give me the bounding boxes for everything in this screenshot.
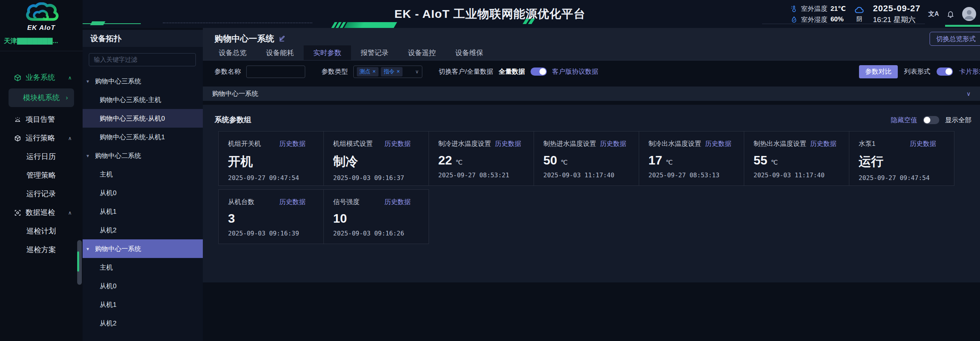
tree-expand-icon[interactable]: ▾: [86, 78, 92, 84]
param-name: 机组开关机: [228, 139, 261, 148]
tab-device-energy[interactable]: 设备能耗: [256, 45, 304, 60]
history-data-link[interactable]: 历史数据: [491, 139, 521, 148]
language-icon[interactable]: 文A: [928, 10, 939, 18]
view-mode-toggle[interactable]: [937, 68, 953, 76]
avatar[interactable]: [962, 7, 976, 21]
sidebar-item-run-record[interactable]: 运行记录: [0, 185, 83, 203]
tree-search: [89, 53, 196, 66]
tree-node-leaf[interactable]: 从机2: [83, 314, 203, 332]
param-name: 制热出水温度设置: [754, 139, 806, 148]
sidebar-item-label: 业务系统: [26, 73, 55, 83]
param-name-input[interactable]: [246, 66, 305, 78]
param-card: 机组模式设置历史数据 制冷 2025-09-03 09:16:37: [323, 131, 429, 186]
param-value: 运行: [859, 153, 883, 170]
tab-realtime-params[interactable]: 实时参数: [304, 45, 351, 60]
cards-row-1: 机组开关机历史数据 开机 2025-09-27 09:47:54 机组模式设置历…: [218, 131, 980, 186]
param-name: 制热进水温度设置: [543, 139, 596, 148]
history-data-link[interactable]: 历史数据: [380, 139, 411, 148]
history-data-link[interactable]: 历史数据: [275, 197, 306, 206]
tree-expand-icon[interactable]: ▾: [86, 246, 92, 252]
system-group-bar[interactable]: 购物中心一系统 ∨: [203, 87, 980, 101]
tree-node-leaf[interactable]: 从机1: [83, 295, 203, 314]
tree-node-group[interactable]: ▾购物中心二系统: [83, 146, 203, 165]
sidebar-item-inspection-plan[interactable]: 巡检计划: [0, 222, 83, 241]
tree-node-leaf[interactable]: 购物中心三系统-主机: [83, 90, 203, 109]
history-data-link[interactable]: 历史数据: [906, 139, 936, 148]
cards-row-2: 从机台数历史数据 3 2025-09-03 09:16:39 信号强度历史数据 …: [218, 189, 980, 244]
param-timestamp: 2025-09-27 09:47:54: [859, 174, 954, 182]
section-title: 系统参数组: [214, 115, 251, 125]
edit-icon[interactable]: [279, 35, 286, 42]
client-protocol-link[interactable]: 客户版协议数据: [552, 67, 598, 76]
section-controls: 隐藏空值 显示全部: [891, 116, 971, 125]
sidebar-item-inspection-scheme[interactable]: 巡检方案: [0, 241, 83, 259]
tree-node-group[interactable]: ▾购物中心三系统: [83, 72, 203, 90]
param-value: 制冷: [333, 153, 358, 170]
hide-empty-toggle[interactable]: [923, 116, 939, 124]
logo-text: EK AIoT: [27, 24, 55, 32]
device-tree-title: 设备拓扑: [83, 30, 203, 47]
sidebar-item-business-system[interactable]: 业务系统 ∧: [0, 68, 83, 87]
close-icon[interactable]: ✕: [372, 69, 376, 74]
logo-cloud-icon: [24, 2, 59, 23]
history-data-link[interactable]: 历史数据: [701, 139, 731, 148]
sidebar-item-module-machine-system[interactable]: 模块机系统 ›: [9, 88, 74, 107]
device-tree-panel: 设备拓扑 ▾购物中心三系统 购物中心三系统-主机 购物中心三系统-从机0 购物中…: [83, 30, 203, 341]
tree-node-leaf[interactable]: 从机0: [83, 277, 203, 295]
tree-node-label: 从机1: [100, 207, 116, 216]
param-timestamp: 2025-09-03 11:17:40: [754, 171, 849, 179]
section-header: 系统参数组 隐藏空值 显示全部: [203, 105, 980, 131]
sidebar-item-run-calendar[interactable]: 运行日历: [0, 147, 83, 166]
param-value: 开机: [228, 153, 253, 170]
param-card: 机组开关机历史数据 开机 2025-09-27 09:47:54: [218, 131, 324, 186]
sidebar-item-run-strategy[interactable]: 运行策略 ∧: [0, 129, 83, 147]
tag-measure-point[interactable]: 测点✕: [357, 67, 379, 76]
sidebar-item-data-inspection[interactable]: 数据巡检 ∧: [0, 203, 83, 222]
bell-icon[interactable]: [947, 10, 954, 18]
top-header: EK - AIoT 工业物联网能源优化平台 室外温度 21℃ 室外湿度 60% …: [0, 0, 980, 28]
close-icon[interactable]: ✕: [396, 69, 400, 74]
history-data-link[interactable]: 历史数据: [596, 139, 626, 148]
param-card: 制热出水温度设置历史数据 55℃ 2025-09-03 11:17:40: [744, 131, 849, 186]
tree-expand-icon[interactable]: ▾: [86, 153, 92, 159]
tab-device-remote[interactable]: 设备遥控: [398, 45, 446, 60]
tree-node-leaf[interactable]: 主机: [83, 258, 203, 277]
history-data-link[interactable]: 历史数据: [380, 197, 411, 206]
system-group-label: 购物中心一系统: [212, 89, 258, 98]
tree-node-label: 购物中心三系统-从机0: [100, 114, 165, 123]
date-text: 2025-09-27: [873, 3, 921, 14]
tree-node-leaf[interactable]: 购物中心三系统-从机1: [83, 128, 203, 146]
outdoor-temp-value: 21℃: [830, 5, 846, 13]
param-unit: ℃: [456, 159, 463, 166]
param-type-select[interactable]: 测点✕ 指令✕ ∨: [353, 66, 422, 78]
system-title: 购物中心一系统: [214, 33, 274, 45]
tree-node-leaf[interactable]: 从机1: [83, 202, 203, 221]
filter-bar: 参数名称 参数类型 测点✕ 指令✕ ∨ 切换客户/全量数据 全量数据 客户版协议…: [203, 61, 980, 83]
strategy-icon: [14, 135, 21, 142]
tab-device-maintenance[interactable]: 设备维保: [446, 45, 493, 60]
tree-node-leaf[interactable]: 从机2: [83, 221, 203, 239]
sidebar-item-project-alarm[interactable]: 项目告警: [0, 110, 83, 129]
switch-overview-button[interactable]: 切换总览形式: [930, 32, 980, 46]
tab-alarm-records[interactable]: 报警记录: [351, 45, 398, 60]
param-timestamp: 2025-09-27 08:53:13: [648, 171, 744, 179]
tab-device-overview[interactable]: 设备总览: [209, 45, 256, 60]
outdoor-temp-label: 室外温度: [801, 4, 827, 13]
tag-command[interactable]: 指令✕: [381, 67, 403, 76]
history-data-link[interactable]: 历史数据: [806, 139, 837, 148]
sidebar-item-label: 巡检计划: [26, 226, 56, 236]
param-name: 制冷进水温度设置: [438, 139, 491, 148]
tree-node-leaf[interactable]: 主机: [83, 165, 203, 183]
param-name-label: 参数名称: [214, 67, 241, 76]
history-data-link[interactable]: 历史数据: [275, 139, 306, 148]
tree-node-leaf-selected-dim[interactable]: 购物中心三系统-从机0: [83, 109, 203, 128]
tree-node-label: 购物中心二系统: [95, 151, 141, 160]
tree-search-input[interactable]: [89, 53, 196, 66]
param-compare-button[interactable]: 参数对比: [859, 65, 898, 78]
outdoor-humidity-value: 60%: [830, 16, 843, 23]
sidebar-item-manage-strategy[interactable]: 管理策略: [0, 166, 83, 185]
app-root: EK - AIoT 工业物联网能源优化平台 室外温度 21℃ 室外湿度 60% …: [0, 0, 980, 341]
full-data-toggle[interactable]: [531, 68, 547, 76]
tree-node-group-selected[interactable]: ▾购物中心一系统: [83, 239, 203, 258]
tree-node-leaf[interactable]: 从机0: [83, 183, 203, 202]
